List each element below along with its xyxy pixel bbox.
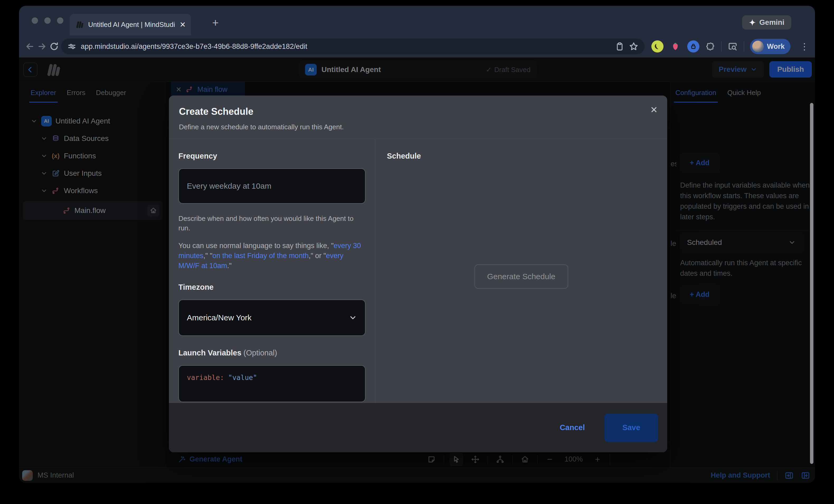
site-settings-icon[interactable] [67, 42, 76, 51]
profile-avatar [752, 41, 764, 52]
modal-footer: Cancel Save [169, 403, 667, 452]
tab-search-icon[interactable] [727, 41, 738, 52]
extension-icon-yellow[interactable] [651, 40, 663, 52]
modal-title: Create Schedule [179, 106, 657, 117]
modal-subtitle: Define a new schedule to automatically r… [179, 123, 657, 131]
frequency-label: Frequency [178, 152, 366, 160]
screenshot-root: Untitled AI Agent | MindStudio ✕ + ✦ Gem… [0, 0, 834, 504]
launch-variables-input[interactable]: variable: "value" [178, 365, 366, 402]
panel-scrollbar[interactable] [810, 103, 813, 464]
profile-label: Work [767, 43, 785, 51]
tab-title: Untitled AI Agent | MindStudio [88, 21, 175, 29]
modal-close-icon[interactable]: ✕ [650, 105, 658, 115]
browser-menu-icon[interactable]: ⋮ [800, 41, 809, 52]
url-bar[interactable]: app.mindstudio.ai/agents/9937ce3e-b7e3-4… [61, 39, 644, 54]
save-button[interactable]: Save [605, 414, 658, 442]
reload-icon[interactable] [49, 39, 59, 53]
toolbar-divider [721, 41, 722, 52]
timezone-value: America/New York [187, 313, 251, 322]
favicon-mindstudio [75, 20, 84, 29]
browser-window: Untitled AI Agent | MindStudio ✕ + ✦ Gem… [19, 6, 815, 483]
gemini-label: Gemini [759, 18, 784, 27]
gemini-star-icon: ✦ [749, 18, 755, 27]
forward-nav-icon[interactable] [37, 39, 47, 53]
browser-tab[interactable]: Untitled AI Agent | MindStudio ✕ [70, 14, 191, 35]
cancel-button[interactable]: Cancel [560, 423, 585, 432]
gemini-button[interactable]: ✦ Gemini [742, 15, 791, 29]
timezone-select[interactable]: America/New York [178, 300, 366, 336]
url-text[interactable]: app.mindstudio.ai/agents/9937ce3e-b7e3-4… [81, 43, 611, 51]
clipboard-icon[interactable] [615, 42, 624, 51]
launch-variables-label: Launch Variables (Optional) [178, 349, 366, 357]
extension-icon-1password[interactable] [687, 40, 699, 52]
bookmark-star-icon[interactable] [629, 41, 639, 51]
generate-schedule-button[interactable]: Generate Schedule [475, 264, 568, 289]
back-nav-icon[interactable] [25, 39, 35, 53]
frequency-input[interactable] [187, 181, 357, 191]
extension-icons: Work ⋮ [651, 39, 812, 54]
modal-right-column: Schedule Generate Schedule [375, 139, 667, 403]
chevron-down-icon [349, 313, 357, 322]
schedule-label: Schedule [387, 152, 656, 160]
frequency-field-wrap [178, 168, 366, 204]
frequency-hint: You can use normal language to say thing… [178, 241, 366, 271]
modal-left-column: Frequency Describe when and how often yo… [169, 139, 375, 403]
traffic-lights[interactable] [32, 17, 63, 24]
timezone-label: Timezone [178, 283, 366, 291]
tab-close-icon[interactable]: ✕ [180, 20, 186, 29]
frequency-helper: Describe when and how often you would li… [178, 214, 366, 233]
extension-icon-strawberry[interactable] [669, 40, 681, 52]
browser-tab-strip: Untitled AI Agent | MindStudio ✕ + ✦ Gem… [19, 6, 815, 35]
browser-profile-button[interactable]: Work [750, 39, 790, 54]
toolbar-divider [744, 41, 744, 52]
create-schedule-modal: Create Schedule Define a new schedule to… [169, 95, 667, 452]
extensions-puzzle-icon[interactable] [705, 41, 715, 51]
browser-toolbar: app.mindstudio.ai/agents/9937ce3e-b7e3-4… [19, 35, 815, 58]
new-tab-button[interactable]: + [212, 17, 219, 28]
hint-link[interactable]: on the last Friday of the month [213, 252, 309, 260]
modal-header: Create Schedule Define a new schedule to… [169, 95, 667, 139]
